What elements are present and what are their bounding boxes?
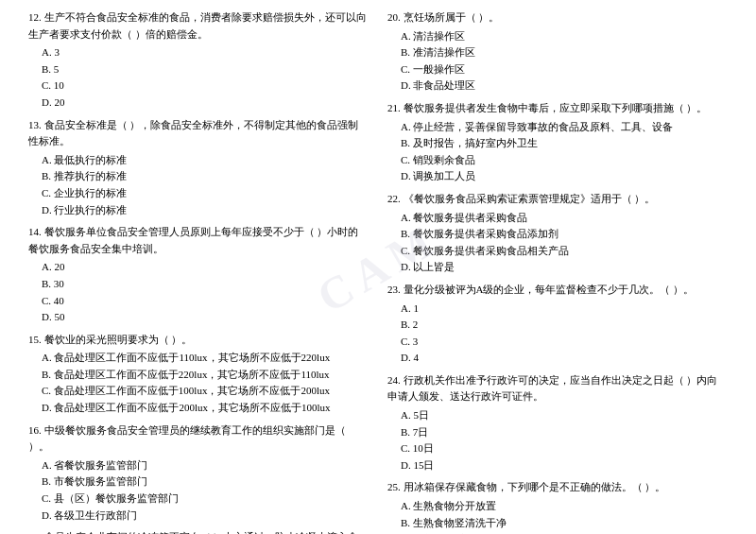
q24-opt-a: A. 5日 (401, 407, 728, 424)
q22-opt-d: D. 以上皆是 (401, 259, 728, 276)
right-column: 20. 烹饪场所属于（ ）。 A. 清洁操作区 B. 准清洁操作区 C. 一般操… (387, 9, 728, 534)
q20-opt-d: D. 非食品处理区 (401, 78, 728, 95)
q13-opt-a: A. 最低执行的标准 (42, 152, 369, 169)
q14-opt-c: C. 40 (42, 293, 369, 310)
q23-opt-a: A. 1 (401, 301, 728, 318)
q24-opt-c: C. 10日 (401, 440, 728, 457)
q22-options: A. 餐饮服务提供者采购食品 B. 餐饮服务提供者采购食品添加剂 C. 餐饮服务… (387, 210, 728, 276)
q15-opt-c: C. 食品处理区工作面不应低于100lux，其它场所不应低于200lux (42, 383, 369, 400)
question-25: 25. 用冰箱保存保藏食物，下列哪个是不正确的做法。（ ）。 A. 生熟食物分开… (387, 479, 728, 534)
q23-opt-d: D. 4 (401, 350, 728, 367)
q12-opt-c: C. 10 (42, 78, 369, 95)
question-20: 20. 烹饪场所属于（ ）。 A. 清洁操作区 B. 准清洁操作区 C. 一般操… (387, 9, 728, 95)
q22-text: 22. 《餐饮服务食品采购索证索票管理规定》适用于（ ）。 (387, 191, 728, 208)
q20-opt-a: A. 清洁操作区 (401, 28, 728, 45)
question-17: 17. 食品生产企业车间的冷冻管不宜在（ ）上方通过，防止冷凝水滴入食品。 A.… (28, 529, 369, 534)
q13-opt-b: B. 推荐执行的标准 (42, 168, 369, 185)
q14-text: 14. 餐饮服务单位食品安全管理人员原则上每年应接受不少于（ ）小时的餐饮服务食… (28, 224, 369, 257)
q25-opt-b: B. 生熟食物竖清洗干净 (401, 515, 728, 532)
q12-opt-a: A. 3 (42, 44, 369, 61)
q20-opt-c: C. 一般操作区 (401, 61, 728, 78)
q12-opt-b: B. 5 (42, 61, 369, 78)
q23-opt-c: C. 3 (401, 334, 728, 351)
q12-options: A. 3 B. 5 C. 10 D. 20 (28, 44, 369, 111)
q12-opt-d: D. 20 (42, 95, 369, 112)
question-13: 13. 食品安全标准是（ ），除食品安全标准外，不得制定其他的食品强制性标准。 … (28, 117, 369, 219)
q14-opt-d: D. 50 (42, 309, 369, 326)
q15-opt-a: A. 食品处理区工作面不应低于110lux，其它场所不应低于220lux (42, 350, 369, 367)
page: CAM 12. 生产不符合食品安全标准的食品，消费者除要求赔偿损失外，还可以向生… (28, 9, 728, 534)
question-23: 23. 量化分级被评为A级的企业，每年监督检查不少于几次。（ ）。 A. 1 B… (387, 282, 728, 367)
q21-opt-c: C. 销毁剩余食品 (401, 152, 728, 169)
q25-text: 25. 用冰箱保存保藏食物，下列哪个是不正确的做法。（ ）。 (387, 479, 728, 496)
question-14: 14. 餐饮服务单位食品安全管理人员原则上每年应接受不少于（ ）小时的餐饮服务食… (28, 224, 369, 326)
q24-opt-b: B. 7日 (401, 424, 728, 441)
q15-opt-b: B. 食品处理区工作面不应低于220lux，其它场所不应低于110lux (42, 367, 369, 384)
q16-opt-a: A. 省餐饮服务监管部门 (42, 457, 369, 474)
q13-options: A. 最低执行的标准 B. 推荐执行的标准 C. 企业执行的标准 D. 行业执行… (28, 152, 369, 218)
question-22: 22. 《餐饮服务食品采购索证索票管理规定》适用于（ ）。 A. 餐饮服务提供者… (387, 191, 728, 276)
question-24: 24. 行政机关作出准予行政许可的决定，应当自作出决定之日起（ ）内向申请人颁发… (387, 372, 728, 474)
left-column: 12. 生产不符合食品安全标准的食品，消费者除要求赔偿损失外，还可以向生产者要求… (28, 9, 369, 534)
q15-opt-d: D. 食品处理区工作面不应低于200lux，其它场所不应低于100lux (42, 400, 369, 417)
q21-text: 21. 餐饮服务提供者发生食物中毒后，应立即采取下列哪项措施（ ）。 (387, 100, 728, 117)
q13-opt-c: C. 企业执行的标准 (42, 185, 369, 202)
q21-opt-b: B. 及时报告，搞好室内外卫生 (401, 135, 728, 152)
question-15: 15. 餐饮业的采光照明要求为（ ）。 A. 食品处理区工作面不应低于110lu… (28, 332, 369, 417)
q21-options: A. 停止经营，妥善保留导致事故的食品及原料、工具、设备 B. 及时报告，搞好室… (387, 119, 728, 185)
q13-opt-d: D. 行业执行的标准 (42, 202, 369, 219)
question-21: 21. 餐饮服务提供者发生食物中毒后，应立即采取下列哪项措施（ ）。 A. 停止… (387, 100, 728, 185)
q23-opt-b: B. 2 (401, 317, 728, 334)
question-16: 16. 中级餐饮服务食品安全管理员的继续教育工作的组织实施部门是（ ）。 A. … (28, 422, 369, 525)
q14-options: A. 20 B. 30 C. 40 D. 50 (28, 259, 369, 325)
q21-opt-d: D. 调换加工人员 (401, 168, 728, 185)
q24-text: 24. 行政机关作出准予行政许可的决定，应当自作出决定之日起（ ）内向申请人颁发… (387, 372, 728, 405)
q23-options: A. 1 B. 2 C. 3 D. 4 (387, 301, 728, 367)
q12-text: 12. 生产不符合食品安全标准的食品，消费者除要求赔偿损失外，还可以向生产者要求… (28, 9, 369, 43)
q16-text: 16. 中级餐饮服务食品安全管理员的继续教育工作的组织实施部门是（ ）。 (28, 422, 369, 456)
q21-opt-a: A. 停止经营，妥善保留导致事故的食品及原料、工具、设备 (401, 119, 728, 136)
question-12: 12. 生产不符合食品安全标准的食品，消费者除要求赔偿损失外，还可以向生产者要求… (28, 9, 369, 112)
content-columns: 12. 生产不符合食品安全标准的食品，消费者除要求赔偿损失外，还可以向生产者要求… (28, 9, 728, 534)
q22-opt-c: C. 餐饮服务提供者采购食品相关产品 (401, 243, 728, 260)
q24-opt-d: D. 15日 (401, 457, 728, 474)
q15-text: 15. 餐饮业的采光照明要求为（ ）。 (28, 332, 369, 349)
q14-opt-a: A. 20 (42, 259, 369, 276)
q25-options: A. 生熟食物分开放置 B. 生熟食物竖清洗干净 C. 控制储存时间存放 D. … (387, 498, 728, 534)
q25-opt-a: A. 生熟食物分开放置 (401, 498, 728, 515)
q20-options: A. 清洁操作区 B. 准清洁操作区 C. 一般操作区 D. 非食品处理区 (387, 28, 728, 95)
q16-opt-b: B. 市餐饮服务监管部门 (42, 474, 369, 491)
q16-options: A. 省餐饮服务监管部门 B. 市餐饮服务监管部门 C. 县（区）餐饮服务监管部… (28, 457, 369, 524)
q17-text: 17. 食品生产企业车间的冷冻管不宜在（ ）上方通过，防止冷凝水滴入食品。 (28, 529, 369, 534)
q14-opt-b: B. 30 (42, 276, 369, 293)
q22-opt-b: B. 餐饮服务提供者采购食品添加剂 (401, 226, 728, 243)
q24-options: A. 5日 B. 7日 C. 10日 D. 15日 (387, 407, 728, 474)
q16-opt-c: C. 县（区）餐饮服务监管部门 (42, 491, 369, 508)
q22-opt-a: A. 餐饮服务提供者采购食品 (401, 210, 728, 227)
q23-text: 23. 量化分级被评为A级的企业，每年监督检查不少于几次。（ ）。 (387, 282, 728, 299)
q15-options: A. 食品处理区工作面不应低于110lux，其它场所不应低于220lux B. … (28, 350, 369, 416)
q13-text: 13. 食品安全标准是（ ），除食品安全标准外，不得制定其他的食品强制性标准。 (28, 117, 369, 150)
q20-text: 20. 烹饪场所属于（ ）。 (387, 9, 728, 26)
q16-opt-d: D. 各级卫生行政部门 (42, 508, 369, 525)
q20-opt-b: B. 准清洁操作区 (401, 44, 728, 61)
